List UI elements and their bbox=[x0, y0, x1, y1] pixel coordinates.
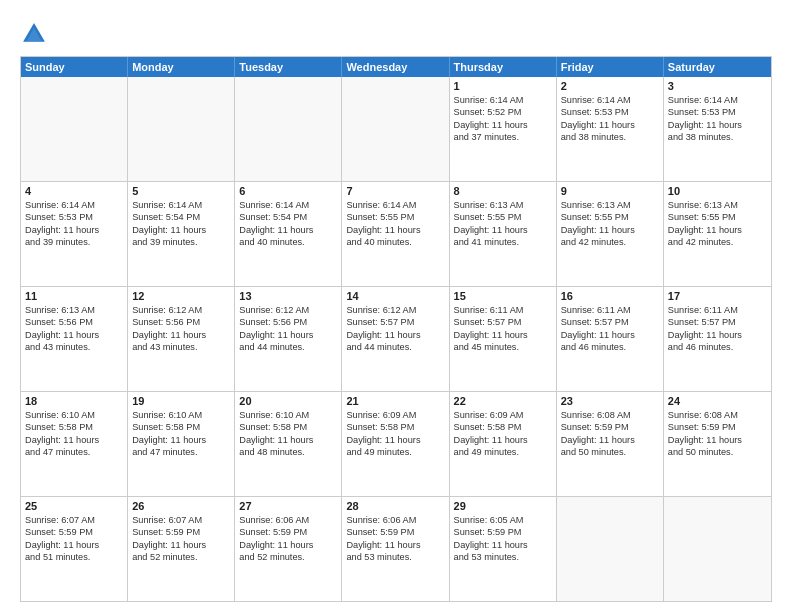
cell-info-line: and 40 minutes. bbox=[239, 236, 337, 248]
cell-info-line: Sunset: 5:59 PM bbox=[454, 526, 552, 538]
cell-info-line: Daylight: 11 hours bbox=[132, 539, 230, 551]
calendar-cell-3-0: 18Sunrise: 6:10 AMSunset: 5:58 PMDayligh… bbox=[21, 392, 128, 496]
cell-info-line: Daylight: 11 hours bbox=[668, 224, 767, 236]
day-number: 5 bbox=[132, 185, 230, 197]
cell-info-line: and 40 minutes. bbox=[346, 236, 444, 248]
calendar-row-0: 1Sunrise: 6:14 AMSunset: 5:52 PMDaylight… bbox=[21, 77, 771, 181]
logo-icon bbox=[20, 20, 48, 48]
cell-info-line: Sunrise: 6:14 AM bbox=[239, 199, 337, 211]
day-number: 11 bbox=[25, 290, 123, 302]
cell-info-line: Sunrise: 6:14 AM bbox=[454, 94, 552, 106]
cell-info-line: Sunrise: 6:12 AM bbox=[132, 304, 230, 316]
cell-info-line: Daylight: 11 hours bbox=[454, 539, 552, 551]
calendar-cell-3-3: 21Sunrise: 6:09 AMSunset: 5:58 PMDayligh… bbox=[342, 392, 449, 496]
day-number: 29 bbox=[454, 500, 552, 512]
calendar-cell-1-0: 4Sunrise: 6:14 AMSunset: 5:53 PMDaylight… bbox=[21, 182, 128, 286]
cell-info-line: and 47 minutes. bbox=[25, 446, 123, 458]
cell-info-line: and 43 minutes. bbox=[132, 341, 230, 353]
cell-info-line: Sunrise: 6:08 AM bbox=[561, 409, 659, 421]
cell-info-line: and 44 minutes. bbox=[239, 341, 337, 353]
cell-info-line: Sunrise: 6:06 AM bbox=[239, 514, 337, 526]
cell-info-line: Sunrise: 6:14 AM bbox=[132, 199, 230, 211]
day-number: 22 bbox=[454, 395, 552, 407]
cell-info-line: Sunset: 5:58 PM bbox=[25, 421, 123, 433]
cell-info-line: Daylight: 11 hours bbox=[132, 329, 230, 341]
cell-info-line: Sunset: 5:53 PM bbox=[561, 106, 659, 118]
cell-info-line: Daylight: 11 hours bbox=[454, 224, 552, 236]
cell-info-line: Sunrise: 6:05 AM bbox=[454, 514, 552, 526]
day-number: 21 bbox=[346, 395, 444, 407]
cell-info-line: Sunset: 5:54 PM bbox=[239, 211, 337, 223]
cell-info-line: Daylight: 11 hours bbox=[668, 329, 767, 341]
calendar-cell-2-4: 15Sunrise: 6:11 AMSunset: 5:57 PMDayligh… bbox=[450, 287, 557, 391]
cell-info-line: Daylight: 11 hours bbox=[239, 224, 337, 236]
cell-info-line: Sunrise: 6:13 AM bbox=[561, 199, 659, 211]
cell-info-line: and 46 minutes. bbox=[561, 341, 659, 353]
cell-info-line: Sunset: 5:53 PM bbox=[25, 211, 123, 223]
cell-info-line: Sunset: 5:56 PM bbox=[25, 316, 123, 328]
weekday-header-wednesday: Wednesday bbox=[342, 57, 449, 77]
cell-info-line: Sunrise: 6:08 AM bbox=[668, 409, 767, 421]
cell-info-line: and 51 minutes. bbox=[25, 551, 123, 563]
cell-info-line: Sunset: 5:59 PM bbox=[561, 421, 659, 433]
cell-info-line: and 49 minutes. bbox=[454, 446, 552, 458]
cell-info-line: Daylight: 11 hours bbox=[454, 119, 552, 131]
calendar-row-2: 11Sunrise: 6:13 AMSunset: 5:56 PMDayligh… bbox=[21, 286, 771, 391]
cell-info-line: Daylight: 11 hours bbox=[561, 434, 659, 446]
cell-info-line: Sunrise: 6:11 AM bbox=[561, 304, 659, 316]
calendar-cell-3-1: 19Sunrise: 6:10 AMSunset: 5:58 PMDayligh… bbox=[128, 392, 235, 496]
day-number: 24 bbox=[668, 395, 767, 407]
calendar-cell-1-3: 7Sunrise: 6:14 AMSunset: 5:55 PMDaylight… bbox=[342, 182, 449, 286]
cell-info-line: Daylight: 11 hours bbox=[561, 119, 659, 131]
cell-info-line: Sunrise: 6:14 AM bbox=[668, 94, 767, 106]
cell-info-line: and 50 minutes. bbox=[668, 446, 767, 458]
cell-info-line: Daylight: 11 hours bbox=[25, 224, 123, 236]
cell-info-line: and 39 minutes. bbox=[25, 236, 123, 248]
cell-info-line: and 42 minutes. bbox=[668, 236, 767, 248]
cell-info-line: and 53 minutes. bbox=[346, 551, 444, 563]
cell-info-line: Sunset: 5:59 PM bbox=[132, 526, 230, 538]
calendar-cell-0-3 bbox=[342, 77, 449, 181]
cell-info-line: Daylight: 11 hours bbox=[346, 224, 444, 236]
calendar-cell-4-6 bbox=[664, 497, 771, 601]
cell-info-line: Sunrise: 6:13 AM bbox=[25, 304, 123, 316]
calendar-cell-1-1: 5Sunrise: 6:14 AMSunset: 5:54 PMDaylight… bbox=[128, 182, 235, 286]
day-number: 15 bbox=[454, 290, 552, 302]
cell-info-line: Sunset: 5:59 PM bbox=[346, 526, 444, 538]
day-number: 3 bbox=[668, 80, 767, 92]
cell-info-line: Sunset: 5:57 PM bbox=[668, 316, 767, 328]
day-number: 12 bbox=[132, 290, 230, 302]
cell-info-line: and 53 minutes. bbox=[454, 551, 552, 563]
cell-info-line: Sunrise: 6:13 AM bbox=[668, 199, 767, 211]
cell-info-line: Sunset: 5:57 PM bbox=[454, 316, 552, 328]
cell-info-line: and 49 minutes. bbox=[346, 446, 444, 458]
day-number: 8 bbox=[454, 185, 552, 197]
cell-info-line: Sunrise: 6:10 AM bbox=[25, 409, 123, 421]
calendar-cell-0-0 bbox=[21, 77, 128, 181]
cell-info-line: Sunset: 5:57 PM bbox=[346, 316, 444, 328]
day-number: 18 bbox=[25, 395, 123, 407]
calendar-row-4: 25Sunrise: 6:07 AMSunset: 5:59 PMDayligh… bbox=[21, 496, 771, 601]
cell-info-line: Sunset: 5:59 PM bbox=[239, 526, 337, 538]
calendar-cell-3-2: 20Sunrise: 6:10 AMSunset: 5:58 PMDayligh… bbox=[235, 392, 342, 496]
day-number: 6 bbox=[239, 185, 337, 197]
cell-info-line: Daylight: 11 hours bbox=[239, 329, 337, 341]
day-number: 27 bbox=[239, 500, 337, 512]
calendar-cell-1-4: 8Sunrise: 6:13 AMSunset: 5:55 PMDaylight… bbox=[450, 182, 557, 286]
calendar-cell-2-5: 16Sunrise: 6:11 AMSunset: 5:57 PMDayligh… bbox=[557, 287, 664, 391]
cell-info-line: Daylight: 11 hours bbox=[346, 434, 444, 446]
cell-info-line: Sunrise: 6:09 AM bbox=[346, 409, 444, 421]
logo bbox=[20, 20, 50, 48]
cell-info-line: Sunrise: 6:09 AM bbox=[454, 409, 552, 421]
cell-info-line: Daylight: 11 hours bbox=[561, 224, 659, 236]
calendar-body: 1Sunrise: 6:14 AMSunset: 5:52 PMDaylight… bbox=[21, 77, 771, 601]
cell-info-line: and 46 minutes. bbox=[668, 341, 767, 353]
day-number: 9 bbox=[561, 185, 659, 197]
day-number: 23 bbox=[561, 395, 659, 407]
day-number: 2 bbox=[561, 80, 659, 92]
calendar-header: SundayMondayTuesdayWednesdayThursdayFrid… bbox=[21, 57, 771, 77]
cell-info-line: and 43 minutes. bbox=[25, 341, 123, 353]
day-number: 25 bbox=[25, 500, 123, 512]
cell-info-line: Sunrise: 6:14 AM bbox=[346, 199, 444, 211]
calendar-cell-1-5: 9Sunrise: 6:13 AMSunset: 5:55 PMDaylight… bbox=[557, 182, 664, 286]
